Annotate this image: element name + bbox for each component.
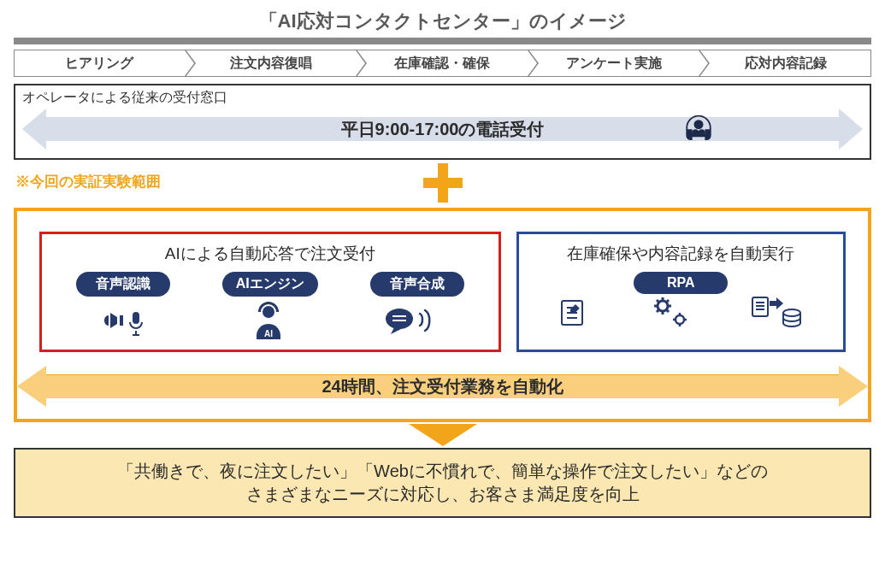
step-stock-check: 在庫確認・確保 [357,50,528,77]
result-line-1: 「共働きで、夜に注文したい」「Webに不慣れで、簡単な操作で注文したい」などの [29,460,856,483]
badge-rpa: RPA [634,272,728,294]
plus-icon [423,163,463,203]
svg-rect-5 [392,315,406,317]
operator-hours: 平日9:00-17:00の電話受付 [22,109,863,150]
step-survey: アンケート実施 [528,50,700,77]
svg-line-16 [657,300,659,303]
automation-arrow: 24時間、注文受付業務を自動化 [17,366,868,407]
badge-ai-engine: AIエンジン [222,272,318,297]
svg-line-18 [657,309,659,312]
experiment-scope-note: ※今回の実証実験範囲 [15,172,161,191]
speech-bubble-sound-icon [384,303,439,341]
ai-panel-title: AIによる自動応答で注文受付 [54,243,487,265]
step-flow: ヒアリング 注文内容復唱 在庫確認・確保 アンケート実施 応対内容記録 [14,50,871,77]
svg-line-17 [666,309,669,312]
svg-point-20 [676,315,684,324]
step-hearing: ヒアリング [14,50,186,77]
svg-line-19 [666,300,669,303]
badge-speech-recognition: 音声認識 [76,272,170,297]
ai-agent-icon: AI [248,302,289,343]
svg-rect-1 [133,312,139,324]
rpa-panel-title: 在庫確保や内容記録を自動実行 [531,243,831,265]
plus-row: ※今回の実証実験範囲 [14,163,871,203]
gears-icon [651,294,693,335]
down-arrow-icon [14,424,871,446]
experiment-box: AIによる自動応答で注文受付 音声認識 AIエンジン 音声合成 [14,208,871,422]
step-repeat-order: 注文内容復唱 [186,50,357,77]
operator-box: オペレータによる従来の受付窓口 平日9:00-17:00の電話受付 [14,84,871,160]
voice-to-mic-icon [102,303,153,341]
step-record: 応対内容記録 [699,50,871,77]
result-box: 「共働きで、夜に注文したい」「Webに不慣れで、簡単な操作で注文したい」などの … [14,448,871,518]
svg-point-0 [694,120,704,129]
ai-panel: AIによる自動応答で注文受付 音声認識 AIエンジン 音声合成 [39,232,501,352]
checklist-edit-icon [558,296,596,333]
result-line-2: さまざまなニーズに対応し、お客さま満足度を向上 [29,483,856,506]
svg-point-4 [386,309,413,329]
svg-rect-6 [392,320,406,321]
svg-point-2 [263,306,274,318]
badge-speech-synthesis: 音声合成 [370,272,464,297]
rpa-panel: 在庫確保や内容記録を自動実行 RPA [516,232,846,352]
svg-point-29 [783,309,800,316]
operator-headset-icon [680,112,717,153]
automation-text: 24時間、注文受付業務を自動化 [17,366,868,407]
svg-text:AI: AI [264,329,273,338]
operator-hours-arrow: 平日9:00-17:00の電話受付 [22,109,863,150]
document-to-database-icon [749,294,804,335]
operator-caption: オペレータによる従来の受付窓口 [22,89,863,107]
diagram-title: 「AI応対コンタクトセンター」のイメージ [14,9,871,34]
title-underline [14,38,871,44]
